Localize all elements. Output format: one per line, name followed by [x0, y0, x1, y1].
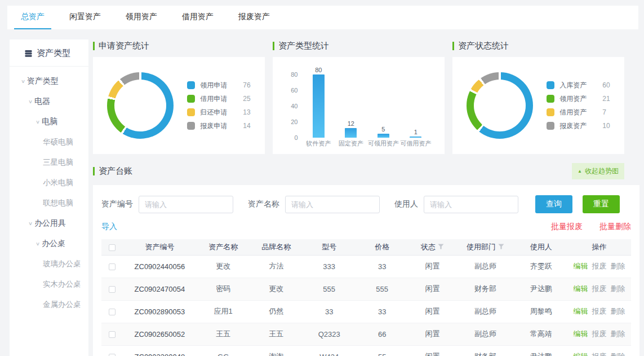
row-checkbox[interactable] — [109, 331, 116, 338]
reset-button[interactable]: 重置 — [583, 195, 620, 213]
tree-item-玻璃办公桌[interactable]: 玻璃办公桌 — [10, 254, 88, 274]
cell-model: Q2323 — [303, 323, 356, 345]
tab-总资产[interactable]: 总资产 — [14, 6, 51, 29]
search-input-资产名称[interactable] — [285, 196, 380, 213]
cell-id: ZC0902890053 — [123, 300, 197, 323]
column-header-content: 资产编号 — [145, 242, 174, 252]
tab-借用资产[interactable]: 借用资产 — [175, 6, 220, 29]
tree-item-办公用具[interactable]: ∨办公用具 — [10, 213, 88, 234]
filter-icon[interactable] — [498, 243, 504, 251]
search-input-资产编号[interactable] — [139, 196, 233, 213]
legend-item: 领用资产21 — [547, 94, 610, 104]
edit-link[interactable]: 编辑 — [574, 261, 588, 271]
row-checkbox[interactable] — [109, 286, 116, 293]
scrap-link[interactable]: 报废 — [592, 306, 607, 317]
query-button[interactable]: 查询 — [535, 195, 572, 213]
table-row: ZC0902650052王五王五Q232366闲置副总师常高靖编辑报废删除 — [101, 323, 631, 345]
tree-item-华硕电脑[interactable]: 华硕电脑 — [10, 132, 88, 152]
row-checkbox[interactable] — [109, 309, 116, 315]
select-all-checkbox[interactable] — [109, 244, 116, 251]
tree-item-label: 金属办公桌 — [43, 300, 81, 310]
column-header-价格: 价格 — [356, 239, 408, 255]
legend-item: 领用申请76 — [187, 81, 250, 90]
type-bar-chart: 02040608080软件资产12固定资产5可领用资产1可借用资产 — [283, 64, 434, 147]
delete-link[interactable]: 删除 — [611, 329, 625, 339]
y-axis-tick: 60 — [285, 87, 298, 94]
tab-报废资产[interactable]: 报废资产 — [232, 6, 277, 29]
delete-link[interactable]: 删除 — [611, 261, 625, 271]
search-field-资产名称: 资产名称 — [248, 196, 380, 213]
edit-link[interactable]: 编辑 — [574, 306, 588, 317]
cell-price: 33 — [356, 300, 408, 323]
tree-item-小米电脑[interactable]: 小米电脑 — [10, 173, 88, 193]
tree-item-资产类型[interactable]: ∨资产类型 — [10, 71, 88, 91]
chart-type-panel: 02040608080软件资产12固定资产5可领用资产1可借用资产 — [273, 57, 445, 154]
column-header-content: 资产名称 — [208, 242, 238, 252]
cell-status: 闲置 — [408, 323, 456, 345]
search-input-使用人[interactable] — [424, 196, 518, 213]
scrap-link[interactable]: 报废 — [592, 284, 607, 294]
tree-item-实木办公桌[interactable]: 实木办公桌 — [10, 274, 88, 295]
y-axis-tick: 40 — [285, 103, 298, 109]
column-header-label: 资产名称 — [208, 242, 238, 252]
chart-apply-stats: 申请资产统计 领用申请76借用申请25归还申请13报废申请14 — [93, 39, 265, 154]
delete-link[interactable]: 删除 — [611, 284, 625, 294]
search-field-label: 使用人 — [394, 199, 418, 209]
tree-item-办公桌[interactable]: ∨办公桌 — [10, 234, 88, 254]
edit-link[interactable]: 编辑 — [574, 329, 588, 339]
filter-icon[interactable] — [438, 243, 444, 251]
legend-item: 借用申请25 — [187, 94, 250, 104]
tree-item-label: 资产类型 — [27, 76, 59, 86]
batch-delete-link[interactable]: 批量删除 — [599, 222, 631, 232]
cell-name: 更改 — [197, 255, 250, 278]
search-field-资产编号: 资产编号 — [101, 196, 233, 213]
tree-item-label: 电器 — [34, 96, 50, 107]
row-actions: 编辑报废删除 — [567, 284, 631, 294]
table-row: ZC0902890053应用1仍然3333闲置副总师周黎鸣编辑报废删除 — [101, 300, 631, 323]
tree-item-电器[interactable]: ∨电器 — [10, 91, 88, 112]
edit-link[interactable]: 编辑 — [574, 284, 588, 294]
legend-swatch — [547, 95, 554, 103]
triangle-up-icon: ▲ — [578, 169, 582, 174]
delete-link[interactable]: 删除 — [611, 306, 625, 317]
select-all-header — [101, 239, 123, 255]
column-header-label: 品牌名称 — [261, 242, 291, 252]
collapse-trend-button[interactable]: ▲ 收起趋势图 — [572, 163, 624, 179]
table-body: ZC0902440056更改方法33333闲置副总师齐雯跃编辑报废删除ZC090… — [101, 255, 631, 356]
table-row: ZC0902440056更改方法33333闲置副总师齐雯跃编辑报废删除 — [101, 255, 631, 278]
batch-scrap-link[interactable]: 批量报废 — [551, 222, 583, 232]
scrap-link[interactable]: 报废 — [592, 329, 607, 339]
row-checkbox[interactable] — [109, 354, 116, 356]
database-icon — [24, 49, 33, 58]
legend-label: 报废资产 — [559, 121, 593, 131]
tree-item-label: 华硕电脑 — [43, 137, 73, 147]
tree-item-金属办公桌[interactable]: 金属办公桌 — [10, 295, 88, 315]
cell-dept: 副总师 — [456, 300, 514, 323]
y-axis-tick: 80 — [285, 71, 298, 78]
legend-item: 借用资产7 — [547, 108, 610, 117]
row-checkbox[interactable] — [109, 263, 116, 270]
sidebar-asset-type: 资产类型 ∨资产类型∨电器∨电脑华硕电脑三星电脑小米电脑联想电脑∨办公用具∨办公… — [10, 39, 88, 356]
legend-item: 入库资产60 — [547, 81, 610, 90]
scrap-link[interactable]: 报废 — [592, 261, 607, 271]
scrap-link[interactable]: 报废 — [592, 351, 607, 356]
tab-闲置资产[interactable]: 闲置资产 — [63, 6, 108, 29]
import-link[interactable]: 导入 — [101, 222, 117, 232]
tree-item-电脑[interactable]: ∨电脑 — [10, 112, 88, 132]
column-header-label: 使用部门 — [467, 242, 496, 252]
tree-item-label: 小米电脑 — [43, 178, 73, 188]
legend-value: 13 — [243, 108, 250, 116]
delete-link[interactable]: 删除 — [611, 351, 625, 356]
legend-swatch — [187, 122, 195, 130]
tree-item-三星电脑[interactable]: 三星电脑 — [10, 152, 88, 173]
bar-value-label: 1 — [414, 129, 418, 135]
legend-label: 领用申请 — [200, 81, 234, 90]
legend-value: 21 — [602, 95, 610, 103]
edit-link[interactable]: 编辑 — [574, 351, 588, 356]
tab-领用资产[interactable]: 领用资产 — [119, 6, 164, 29]
cell-id: ZC0902650052 — [123, 323, 197, 345]
cell-price: 555 — [356, 278, 408, 300]
tree-item-联想电脑[interactable]: 联想电脑 — [10, 193, 88, 213]
main-content: 申请资产统计 领用申请76借用申请25归还申请13报废申请14 资产类型统计 0… — [88, 39, 644, 356]
page-layout: 资产类型 ∨资产类型∨电器∨电脑华硕电脑三星电脑小米电脑联想电脑∨办公用具∨办公… — [0, 39, 644, 356]
